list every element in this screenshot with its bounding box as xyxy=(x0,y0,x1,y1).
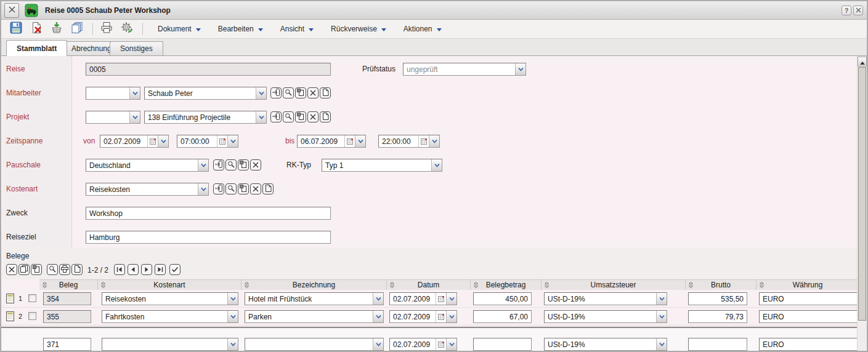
chevron-down-icon[interactable] xyxy=(227,293,238,305)
bezeichnung-select[interactable]: Parken xyxy=(245,310,384,323)
belege-new-button[interactable] xyxy=(71,264,83,275)
import-button[interactable] xyxy=(49,22,64,36)
col-header-kostenart[interactable]: Kostenart xyxy=(98,279,241,290)
mitarbeiter-clear-button[interactable] xyxy=(307,87,318,98)
chevron-down-icon[interactable] xyxy=(656,311,667,322)
save-button[interactable] xyxy=(9,22,23,36)
delete-document-button[interactable] xyxy=(29,22,44,36)
sort-icon[interactable] xyxy=(389,281,395,290)
chevron-down-icon[interactable] xyxy=(227,311,238,322)
chevron-down-icon[interactable] xyxy=(198,183,208,195)
belegbetrag-field[interactable]: 450,00 xyxy=(473,292,532,305)
chevron-down-icon[interactable] xyxy=(373,293,383,305)
kostenart-new-button[interactable] xyxy=(262,183,274,194)
chevron-down-icon[interactable] xyxy=(515,63,525,75)
kostenart-select[interactable]: Reisekosten xyxy=(102,292,238,305)
copy-button[interactable] xyxy=(70,22,84,36)
col-header-brutto[interactable]: Brutto xyxy=(686,279,756,290)
window-close-button[interactable] xyxy=(853,6,863,15)
nav-first-button[interactable] xyxy=(114,264,125,275)
umsatzsteuer-select[interactable]: USt-D-19% xyxy=(544,338,667,351)
chevron-down-icon[interactable] xyxy=(227,135,238,147)
chevron-down-icon[interactable] xyxy=(129,87,140,99)
col-header-bezeichnung[interactable]: Bezeichnung xyxy=(241,279,387,290)
brutto-field[interactable]: 79,73 xyxy=(688,310,747,323)
scrollbar-track[interactable] xyxy=(858,321,867,352)
sort-icon[interactable] xyxy=(100,281,106,290)
rktyp-select[interactable]: Typ 1 xyxy=(322,159,442,172)
record-icon[interactable] xyxy=(6,311,14,324)
beleg-field[interactable]: 371 xyxy=(43,338,91,351)
kostenart-goto-button[interactable] xyxy=(213,183,224,194)
mitarbeiter-paste-button[interactable] xyxy=(295,87,306,98)
calendar-icon[interactable] xyxy=(436,338,446,350)
col-header-beleg[interactable]: Beleg xyxy=(39,279,98,290)
sort-icon[interactable] xyxy=(688,281,694,290)
mitarbeiter-goto-button[interactable] xyxy=(270,87,282,98)
calendar-icon[interactable] xyxy=(436,293,446,305)
projekt-goto-button[interactable] xyxy=(270,111,282,122)
chevron-down-icon[interactable] xyxy=(129,111,140,123)
pruefstatus-select[interactable]: ungeprüft xyxy=(403,63,526,76)
waehrung-field[interactable]: EURO xyxy=(759,292,859,305)
chevron-down-icon[interactable] xyxy=(429,135,439,147)
record-icon[interactable] xyxy=(6,294,14,306)
pauschale-select[interactable]: Deutschland xyxy=(86,159,209,172)
belege-search-button[interactable] xyxy=(47,264,58,275)
tab-stammblatt[interactable]: Stammblatt xyxy=(6,40,67,56)
sort-icon[interactable] xyxy=(473,281,479,290)
brutto-field[interactable]: 535,50 xyxy=(688,292,747,305)
chevron-down-icon[interactable] xyxy=(198,159,208,171)
projekt-code-select[interactable] xyxy=(86,111,140,124)
waehrung-field[interactable]: EURO xyxy=(759,310,859,323)
chevron-down-icon[interactable] xyxy=(158,135,168,147)
kostenart-select[interactable] xyxy=(102,338,238,351)
pauschale-search-button[interactable] xyxy=(225,159,237,170)
nav-next-button[interactable] xyxy=(141,264,152,275)
belege-paste-button[interactable] xyxy=(31,264,42,275)
chevron-down-icon[interactable] xyxy=(256,111,266,123)
col-header-waehrung[interactable]: Währung xyxy=(756,279,859,290)
chevron-down-icon[interactable] xyxy=(227,338,238,350)
calendar-icon[interactable] xyxy=(147,135,158,147)
pauschale-paste-button[interactable] xyxy=(238,159,249,170)
menu-aktionen[interactable]: Aktionen xyxy=(404,25,442,33)
tab-sonstiges[interactable]: Sonstiges xyxy=(110,41,163,55)
process-button[interactable] xyxy=(120,22,134,36)
sort-icon[interactable] xyxy=(544,281,550,290)
kostenart-search-button[interactable] xyxy=(225,183,237,194)
calendar-icon[interactable] xyxy=(418,135,429,147)
scroll-up-button[interactable] xyxy=(858,57,867,66)
mitarbeiter-code-select[interactable] xyxy=(86,87,140,100)
nav-prev-button[interactable] xyxy=(128,264,139,275)
chevron-down-icon[interactable] xyxy=(446,311,456,322)
datum-field[interactable]: 02.07.2009 xyxy=(389,292,457,305)
zweck-input[interactable]: Workshop xyxy=(86,207,331,220)
chevron-down-icon[interactable] xyxy=(355,135,365,147)
von-zeit-field[interactable]: 07:00:00 xyxy=(177,135,238,148)
kostenart-paste-button[interactable] xyxy=(238,183,249,194)
bis-zeit-field[interactable]: 22:00:00 xyxy=(378,135,440,148)
projekt-clear-button[interactable] xyxy=(307,111,318,122)
window-close-left-button[interactable] xyxy=(4,3,19,18)
row-checkbox[interactable] xyxy=(28,312,36,320)
chevron-down-icon[interactable] xyxy=(373,338,383,350)
chevron-down-icon[interactable] xyxy=(256,87,266,99)
confirm-button[interactable] xyxy=(169,264,180,275)
projekt-search-button[interactable] xyxy=(283,111,294,122)
mitarbeiter-search-button[interactable] xyxy=(283,87,294,98)
kostenart-select[interactable]: Reisekosten xyxy=(86,183,209,196)
reise-field[interactable]: 0005 xyxy=(86,63,331,76)
help-button[interactable]: ? xyxy=(842,6,851,15)
beleg-field[interactable]: 355 xyxy=(43,310,91,323)
bis-datum-field[interactable]: 06.07.2009 xyxy=(297,135,366,148)
kostenart-clear-button[interactable] xyxy=(250,183,261,194)
print-button[interactable] xyxy=(99,22,114,36)
kostenart-select[interactable]: Fahrtkosten xyxy=(102,310,238,323)
menu-ansicht[interactable]: Ansicht xyxy=(280,25,314,33)
bezeichnung-select[interactable]: Hotel mit Frühstück xyxy=(245,292,384,305)
reiseziel-input[interactable]: Hamburg xyxy=(86,231,331,244)
mitarbeiter-select[interactable]: Schaub Peter xyxy=(144,87,267,100)
belege-print-button[interactable] xyxy=(59,264,70,275)
belege-copy-button[interactable] xyxy=(18,264,30,275)
